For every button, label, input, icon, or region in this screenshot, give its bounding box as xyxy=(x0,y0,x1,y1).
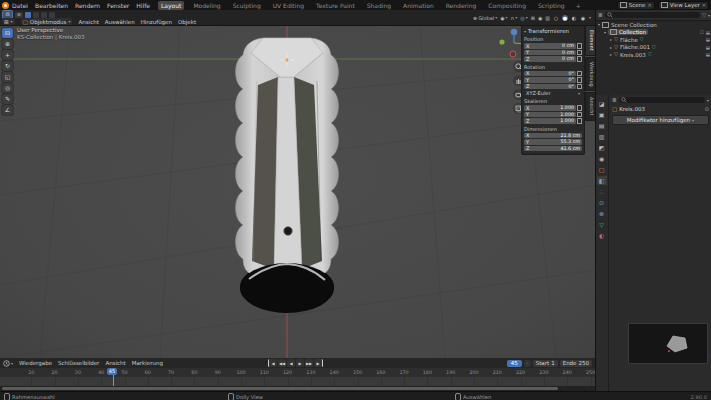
rotation-mode-dropdown[interactable]: XYZ-Euler▾ xyxy=(524,90,582,96)
shading-rendered-button[interactable]: ◉ xyxy=(580,15,586,21)
menu-rendern[interactable]: Rendern xyxy=(75,2,100,9)
exclude-checkbox-icon[interactable]: ☐ xyxy=(700,30,704,35)
properties-tab-object[interactable]: ▢ xyxy=(597,165,607,174)
gizmo-toggle[interactable]: ⊞ xyxy=(531,15,535,21)
outliner-row-scene-collection[interactable]: ▾ Scene Collection xyxy=(596,21,711,29)
play-button[interactable]: ▶ xyxy=(296,359,304,367)
workspace-tab-compositing[interactable]: Compositing xyxy=(485,1,529,10)
editor-type-button[interactable]: ⊞▾ xyxy=(2,18,15,25)
scale-y-field[interactable]: Y1.000 xyxy=(524,112,576,118)
proportional-edit-dropdown[interactable]: ◎▾ xyxy=(520,15,527,21)
menu-bearbeiten[interactable]: Bearbeiten xyxy=(35,2,68,9)
properties-tab-particles[interactable]: ∴ xyxy=(597,187,607,196)
timeline-track[interactable] xyxy=(0,377,595,386)
expand-icon[interactable]: ▸ xyxy=(610,52,612,57)
lock-icon[interactable] xyxy=(577,56,582,62)
shading-wireframe-button[interactable]: ○ xyxy=(553,15,559,21)
shading-solid-button[interactable]: ● xyxy=(562,15,568,21)
frame-start-field[interactable]: Start1 xyxy=(533,360,558,367)
properties-editor-icon[interactable]: ≣ xyxy=(612,97,617,103)
menu-datei[interactable]: Datei xyxy=(12,2,28,9)
properties-tab-view-layer[interactable]: ▥ xyxy=(597,132,607,141)
scale-x-field[interactable]: X1.000 xyxy=(524,105,576,111)
lock-icon[interactable] xyxy=(577,84,582,90)
position-y-field[interactable]: Y0 cm xyxy=(524,50,576,56)
select-mode-extend-button[interactable] xyxy=(33,12,39,18)
lock-icon[interactable] xyxy=(577,50,582,56)
position-x-field[interactable]: X0 cm xyxy=(524,43,576,49)
mode-dropdown[interactable]: ▢ Objektmodus ▾ xyxy=(21,18,73,25)
select-mode-set-button[interactable] xyxy=(25,12,31,18)
properties-filter-icon[interactable]: ▾ xyxy=(707,98,709,103)
rotation-z-field[interactable]: Z0° xyxy=(524,84,576,90)
scene-selector[interactable]: Scene ✕ xyxy=(617,1,655,10)
outliner-search-input[interactable] xyxy=(605,12,701,18)
workspace-tab-uv-editing[interactable]: UV Editing xyxy=(270,1,307,10)
properties-tab-modifiers[interactable]: ◧ xyxy=(597,176,607,185)
properties-tab-tool[interactable]: ◪ xyxy=(597,99,607,108)
viewport-3d[interactable]: User Perspective KS-Collection | Kreis.0… xyxy=(0,25,595,358)
transform-panel-header[interactable]: ▾ Transformieren xyxy=(524,28,582,34)
sidebar-tab-werkzeug[interactable]: Werkzeug xyxy=(585,57,595,92)
expand-icon[interactable]: ▾ xyxy=(604,30,606,35)
render-visibility-icon[interactable]: ⬓ xyxy=(706,37,710,42)
box-select-tool-icon[interactable]: ⊡ xyxy=(2,28,13,38)
select-mode-invert-button[interactable] xyxy=(49,12,55,18)
workspace-tab-rendering[interactable]: Rendering xyxy=(443,1,480,10)
expand-icon[interactable]: ▸ xyxy=(610,37,612,42)
transform-tool-icon[interactable]: ◎ xyxy=(2,83,13,93)
unlink-view-layer-icon[interactable]: ✕ xyxy=(702,2,706,8)
rotate-tool-icon[interactable]: ↻ xyxy=(2,61,13,71)
dimensions-y-field[interactable]: Y55.3 cm xyxy=(524,139,582,145)
timeline-menu-schlüsselbilder[interactable]: Schlüsselbilder xyxy=(58,360,99,366)
render-visibility-icon[interactable]: ⬓ xyxy=(706,52,710,57)
properties-tab-scene[interactable]: ◩ xyxy=(597,143,607,152)
rotation-x-field[interactable]: X0° xyxy=(524,71,576,77)
auto-key-button[interactable]: ◦ xyxy=(524,360,531,367)
properties-search-input[interactable] xyxy=(619,97,705,103)
prev-keyframe-button[interactable]: ◀◀ xyxy=(278,359,286,367)
play-reverse-button[interactable]: ◀ xyxy=(287,359,295,367)
next-keyframe-button[interactable]: ▶▶ xyxy=(305,359,313,367)
timeline-menu-ansicht[interactable]: Ansicht xyxy=(105,360,125,366)
properties-tab-world[interactable]: ◉ xyxy=(597,154,607,163)
outliner-options-icon[interactable]: ▾ xyxy=(708,13,710,18)
sidebar-tab-element[interactable]: Element xyxy=(585,25,595,56)
expand-icon[interactable]: ▾ xyxy=(598,22,600,27)
outliner-editor-icon[interactable]: ≣ xyxy=(598,12,603,18)
position-z-field[interactable]: Z0 cm xyxy=(524,56,576,62)
measure-tool-icon[interactable]: ∠ xyxy=(2,105,13,115)
xray-toggle[interactable]: ▥ xyxy=(545,15,550,21)
scrollbar-thumb[interactable] xyxy=(2,387,558,390)
pin-icon[interactable]: ⊙ xyxy=(704,106,709,112)
viewport-menu-ansicht[interactable]: Ansicht xyxy=(78,19,98,25)
add-workspace-button[interactable]: + xyxy=(574,2,583,9)
workspace-tab-shading[interactable]: Shading xyxy=(364,1,394,10)
mesh-object[interactable] xyxy=(236,38,339,313)
outliner-row-object[interactable]: ▸ ▽ Fläche ▽ ⬓ xyxy=(596,36,711,44)
blender-logo-icon[interactable] xyxy=(2,2,9,9)
workspace-tab-layout[interactable]: Layout xyxy=(158,1,184,10)
render-visibility-icon[interactable]: ⬓ xyxy=(706,30,710,35)
timeline-editor-dropdown[interactable]: ▾ xyxy=(3,360,13,367)
current-frame-field[interactable]: 45 xyxy=(507,360,522,367)
properties-tab-data[interactable]: ▽ xyxy=(597,220,607,229)
overlays-toggle[interactable]: ◉ xyxy=(538,15,542,21)
filter-icon[interactable]: ▽ xyxy=(702,13,706,18)
view-layer-selector[interactable]: View Layer ✕ xyxy=(658,1,709,10)
lock-icon[interactable] xyxy=(577,43,582,49)
timeline-menu-markierung[interactable]: Markierung xyxy=(132,360,163,366)
add-modifier-button[interactable]: Modifikator hinzufügen▾ xyxy=(612,115,709,125)
workspace-tab-sculpting[interactable]: Sculpting xyxy=(230,1,264,10)
select-mode-subtract-button[interactable] xyxy=(41,12,47,18)
rotation-y-field[interactable]: Y0° xyxy=(524,77,576,83)
cursor-tool-icon[interactable]: ⊕ xyxy=(2,39,13,49)
annotate-tool-icon[interactable]: ✎ xyxy=(2,94,13,104)
viewport-menu-objekt[interactable]: Objekt xyxy=(178,19,196,25)
workspace-tab-scripting[interactable]: Scripting xyxy=(535,1,568,10)
scale-z-field[interactable]: Z1.000 xyxy=(524,118,576,124)
properties-tab-physics[interactable]: ⊙ xyxy=(597,198,607,207)
playhead[interactable]: 45 xyxy=(113,368,114,386)
dimensions-x-field[interactable]: X21.8 cm xyxy=(524,133,582,139)
orientation-dropdown[interactable]: ⊕Global▾ xyxy=(473,15,497,21)
